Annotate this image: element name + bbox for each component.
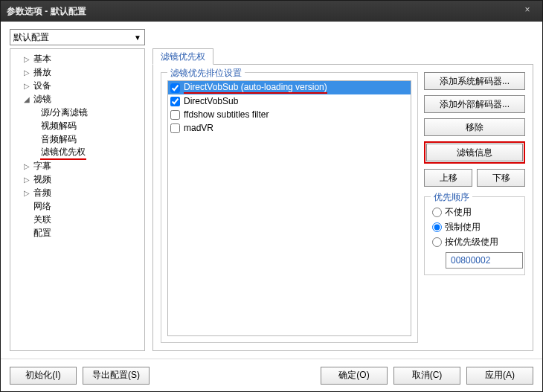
close-icon[interactable]: ×	[518, 4, 536, 18]
expand-icon: ▷	[22, 189, 31, 197]
fieldset-legend: 优先顺序	[431, 191, 472, 204]
ok-button[interactable]: 确定(O)	[321, 367, 388, 385]
priority-by-value-radio[interactable]: 按优先级使用	[431, 234, 518, 249]
tab-panel: 滤镜优先排位设置 DirectVobSub (auto-loading vers…	[152, 65, 533, 351]
tree-item-filter[interactable]: ◢滤镜	[12, 92, 143, 106]
apply-button[interactable]: 应用(A)	[466, 367, 533, 385]
profile-dropdown[interactable]: 默认配置 ▼	[10, 29, 145, 45]
dialog-window: 参数选项 - 默认配置 × 默认配置 ▼ ▷基本 ▷播放 ▷设备 ◢滤镜 源/分…	[0, 0, 543, 392]
category-tree[interactable]: ▷基本 ▷播放 ▷设备 ◢滤镜 源/分离滤镜 视频解码 音频解码 滤镜优先权 ▷…	[10, 48, 145, 351]
tab-filter-priority[interactable]: 滤镜优先权	[152, 48, 213, 65]
filter-priority-fieldset: 滤镜优先排位设置 DirectVobSub (auto-loading vers…	[161, 72, 418, 343]
filter-name: DirectVobSub	[184, 96, 238, 106]
filter-list[interactable]: DirectVobSub (auto-loading version) Dire…	[167, 80, 411, 336]
expand-icon: ▷	[22, 82, 31, 90]
content-area: 默认配置 ▼ ▷基本 ▷播放 ▷设备 ◢滤镜 源/分离滤镜 视频解码 音频解码 …	[1, 22, 542, 359]
collapse-icon: ◢	[22, 95, 31, 103]
profile-value: 默认配置	[13, 31, 49, 44]
filter-row[interactable]: DirectVobSub (auto-loading version)	[168, 81, 411, 94]
priority-value-input[interactable]	[446, 252, 523, 269]
tree-item-subtitle[interactable]: ▷字幕	[12, 159, 143, 173]
tree-item-basic[interactable]: ▷基本	[12, 52, 143, 65]
filter-checkbox[interactable]	[170, 123, 180, 133]
radio-input[interactable]	[432, 208, 442, 217]
tree-item-audio[interactable]: ▷音频	[12, 186, 143, 199]
filter-checkbox[interactable]	[170, 83, 180, 93]
filter-row[interactable]: ffdshow subtitles filter	[168, 108, 411, 121]
cancel-button[interactable]: 取消(C)	[393, 367, 460, 385]
filter-checkbox[interactable]	[170, 110, 180, 120]
add-external-decoder-button[interactable]: 添加外部解码器...	[424, 95, 525, 113]
move-down-button[interactable]: 下移	[477, 169, 525, 187]
filter-row[interactable]: DirectVobSub	[168, 94, 411, 108]
expand-icon: ▷	[22, 68, 31, 77]
expand-icon: ▷	[22, 162, 31, 170]
tree-item-device[interactable]: ▷设备	[12, 79, 143, 92]
add-system-decoder-button[interactable]: 添加系统解码器...	[424, 72, 525, 90]
tree-item-source-filter[interactable]: 源/分离滤镜	[12, 106, 143, 119]
filter-name: DirectVobSub (auto-loading version)	[184, 82, 327, 94]
export-config-button[interactable]: 导出配置(S)	[83, 367, 150, 385]
side-button-column: 添加系统解码器... 添加外部解码器... 移除 滤镜信息 上移 下移 优先顺序	[424, 72, 525, 343]
right-pane: 滤镜优先权 滤镜优先排位设置 DirectVobSub (auto-loadin…	[152, 48, 533, 351]
filter-name: ffdshow subtitles filter	[184, 109, 269, 120]
titlebar: 参数选项 - 默认配置 ×	[1, 1, 542, 22]
priority-order-fieldset: 优先顺序 不使用 强制使用 按优先级使用	[424, 196, 525, 275]
tree-item-filter-priority[interactable]: 滤镜优先权	[12, 146, 143, 159]
filter-name: madVR	[184, 123, 213, 133]
initialize-button[interactable]: 初始化(I)	[10, 367, 77, 385]
tree-item-video-decoder[interactable]: 视频解码	[12, 119, 143, 132]
filter-row[interactable]: madVR	[168, 121, 411, 135]
remove-button[interactable]: 移除	[424, 118, 525, 136]
tree-item-audio-decoder[interactable]: 音频解码	[12, 132, 143, 146]
highlight-box: 滤镜信息	[424, 141, 525, 164]
priority-none-radio[interactable]: 不使用	[431, 205, 518, 219]
tree-item-network[interactable]: 网络	[12, 199, 143, 213]
radio-input[interactable]	[432, 237, 442, 247]
expand-icon: ▷	[22, 55, 31, 63]
tab-strip: 滤镜优先权	[152, 48, 533, 65]
window-title: 参数选项 - 默认配置	[7, 5, 518, 18]
dialog-footer: 初始化(I) 导出配置(S) 确定(O) 取消(C) 应用(A)	[1, 359, 542, 391]
priority-force-radio[interactable]: 强制使用	[431, 219, 518, 234]
radio-input[interactable]	[432, 222, 442, 232]
fieldset-legend: 滤镜优先排位设置	[167, 67, 245, 80]
chevron-down-icon: ▼	[134, 33, 141, 42]
filter-checkbox[interactable]	[170, 97, 180, 106]
filter-info-button[interactable]: 滤镜信息	[426, 144, 523, 161]
expand-icon: ▷	[22, 176, 31, 184]
tree-item-config[interactable]: 配置	[12, 226, 143, 240]
tree-item-play[interactable]: ▷播放	[12, 65, 143, 79]
tree-item-assoc[interactable]: 关联	[12, 213, 143, 226]
tree-item-video[interactable]: ▷视频	[12, 173, 143, 186]
move-up-button[interactable]: 上移	[424, 169, 472, 187]
